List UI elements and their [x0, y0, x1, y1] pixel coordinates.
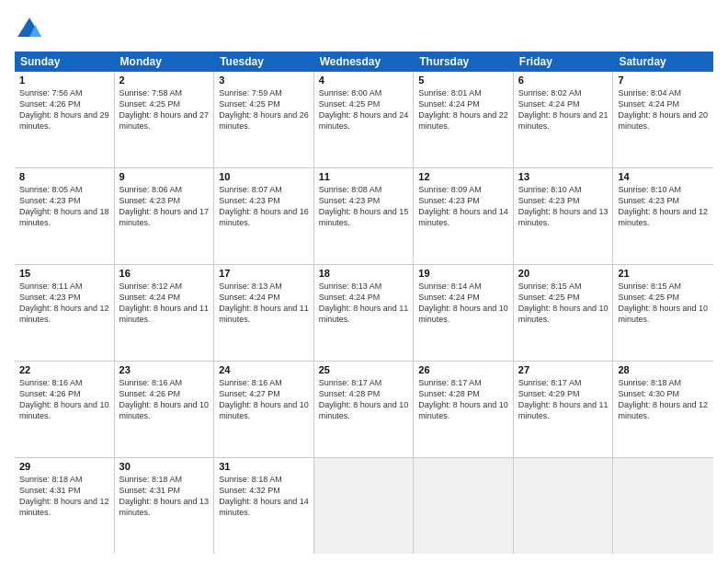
- weekday-header: Thursday: [414, 52, 514, 72]
- calendar-cell: 6Sunrise: 8:02 AM Sunset: 4:24 PM Daylig…: [514, 72, 614, 167]
- logo-icon: [15, 15, 44, 44]
- calendar-cell: 29Sunrise: 8:18 AM Sunset: 4:31 PM Dayli…: [15, 458, 115, 554]
- calendar: SundayMondayTuesdayWednesdayThursdayFrid…: [15, 52, 713, 554]
- calendar-cell: 12Sunrise: 8:09 AM Sunset: 4:23 PM Dayli…: [414, 168, 514, 264]
- weekday-header: Monday: [115, 52, 215, 72]
- day-number: 23: [119, 364, 210, 375]
- day-number: 12: [418, 171, 508, 182]
- calendar-row: 15Sunrise: 8:11 AM Sunset: 4:23 PM Dayli…: [15, 265, 713, 362]
- day-number: 31: [219, 461, 309, 472]
- calendar-row: 22Sunrise: 8:16 AM Sunset: 4:26 PM Dayli…: [15, 362, 713, 458]
- calendar-cell: 20Sunrise: 8:15 AM Sunset: 4:25 PM Dayli…: [514, 265, 614, 361]
- weekday-header: Friday: [514, 52, 614, 72]
- weekday-header: Tuesday: [214, 52, 314, 72]
- calendar-cell: 14Sunrise: 8:10 AM Sunset: 4:23 PM Dayli…: [613, 168, 713, 264]
- calendar-cell: 16Sunrise: 8:12 AM Sunset: 4:24 PM Dayli…: [115, 265, 215, 361]
- day-info: Sunrise: 8:09 AM Sunset: 4:23 PM Dayligh…: [418, 184, 508, 229]
- calendar-cell: 18Sunrise: 8:13 AM Sunset: 4:24 PM Dayli…: [314, 265, 415, 361]
- calendar-cell: 7Sunrise: 8:04 AM Sunset: 4:24 PM Daylig…: [613, 72, 713, 167]
- day-number: 18: [319, 268, 409, 279]
- calendar-cell: [514, 458, 614, 554]
- day-number: 4: [319, 75, 409, 86]
- day-number: 20: [518, 268, 609, 279]
- day-number: 8: [19, 171, 109, 182]
- day-number: 6: [518, 75, 609, 86]
- day-number: 1: [19, 75, 109, 86]
- day-number: 3: [219, 75, 309, 86]
- calendar-cell: 3Sunrise: 7:59 AM Sunset: 4:25 PM Daylig…: [214, 72, 314, 167]
- calendar-cell: 11Sunrise: 8:08 AM Sunset: 4:23 PM Dayli…: [314, 168, 415, 264]
- day-info: Sunrise: 8:11 AM Sunset: 4:23 PM Dayligh…: [19, 281, 109, 326]
- day-number: 28: [618, 364, 709, 375]
- day-number: 11: [319, 171, 409, 182]
- day-info: Sunrise: 8:12 AM Sunset: 4:24 PM Dayligh…: [119, 281, 210, 326]
- calendar-cell: 24Sunrise: 8:16 AM Sunset: 4:27 PM Dayli…: [214, 362, 314, 457]
- day-info: Sunrise: 8:10 AM Sunset: 4:23 PM Dayligh…: [518, 184, 609, 229]
- day-number: 19: [418, 268, 508, 279]
- day-info: Sunrise: 8:06 AM Sunset: 4:23 PM Dayligh…: [119, 184, 210, 229]
- day-info: Sunrise: 7:58 AM Sunset: 4:25 PM Dayligh…: [119, 87, 210, 132]
- day-number: 2: [119, 75, 210, 86]
- day-number: 27: [518, 364, 609, 375]
- logo: [15, 15, 48, 44]
- day-info: Sunrise: 8:18 AM Sunset: 4:31 PM Dayligh…: [19, 474, 109, 519]
- calendar-cell: 2Sunrise: 7:58 AM Sunset: 4:25 PM Daylig…: [115, 72, 215, 167]
- calendar-body: 1Sunrise: 7:56 AM Sunset: 4:26 PM Daylig…: [15, 72, 713, 554]
- day-number: 26: [418, 364, 508, 375]
- day-info: Sunrise: 8:02 AM Sunset: 4:24 PM Dayligh…: [518, 87, 609, 132]
- calendar-cell: 9Sunrise: 8:06 AM Sunset: 4:23 PM Daylig…: [115, 168, 215, 264]
- day-number: 14: [618, 171, 709, 182]
- calendar-cell: 31Sunrise: 8:18 AM Sunset: 4:32 PM Dayli…: [214, 458, 314, 554]
- calendar-row: 29Sunrise: 8:18 AM Sunset: 4:31 PM Dayli…: [15, 458, 713, 554]
- day-number: 30: [119, 461, 210, 472]
- calendar-cell: [414, 458, 514, 554]
- calendar-cell: 13Sunrise: 8:10 AM Sunset: 4:23 PM Dayli…: [514, 168, 614, 264]
- calendar-cell: 26Sunrise: 8:17 AM Sunset: 4:28 PM Dayli…: [414, 362, 514, 457]
- calendar-cell: 4Sunrise: 8:00 AM Sunset: 4:25 PM Daylig…: [314, 72, 415, 167]
- day-number: 17: [219, 268, 309, 279]
- day-number: 29: [19, 461, 109, 472]
- day-info: Sunrise: 8:01 AM Sunset: 4:24 PM Dayligh…: [418, 87, 508, 132]
- day-info: Sunrise: 8:18 AM Sunset: 4:32 PM Dayligh…: [219, 474, 309, 519]
- day-info: Sunrise: 8:13 AM Sunset: 4:24 PM Dayligh…: [319, 281, 409, 326]
- day-number: 21: [618, 268, 709, 279]
- calendar-cell: [314, 458, 415, 554]
- calendar-cell: 17Sunrise: 8:13 AM Sunset: 4:24 PM Dayli…: [214, 265, 314, 361]
- day-info: Sunrise: 8:07 AM Sunset: 4:23 PM Dayligh…: [219, 184, 309, 229]
- calendar-cell: 5Sunrise: 8:01 AM Sunset: 4:24 PM Daylig…: [414, 72, 514, 167]
- calendar-cell: 27Sunrise: 8:17 AM Sunset: 4:29 PM Dayli…: [514, 362, 614, 457]
- calendar-cell: 19Sunrise: 8:14 AM Sunset: 4:24 PM Dayli…: [414, 265, 514, 361]
- day-number: 10: [219, 171, 309, 182]
- weekday-header: Saturday: [613, 52, 713, 72]
- day-info: Sunrise: 8:08 AM Sunset: 4:23 PM Dayligh…: [319, 184, 409, 229]
- calendar-cell: 15Sunrise: 8:11 AM Sunset: 4:23 PM Dayli…: [15, 265, 115, 361]
- weekday-header: Wednesday: [314, 52, 415, 72]
- day-info: Sunrise: 8:18 AM Sunset: 4:30 PM Dayligh…: [618, 377, 709, 422]
- calendar-cell: 25Sunrise: 8:17 AM Sunset: 4:28 PM Dayli…: [314, 362, 415, 457]
- day-info: Sunrise: 8:16 AM Sunset: 4:27 PM Dayligh…: [219, 377, 309, 422]
- day-number: 22: [19, 364, 109, 375]
- day-info: Sunrise: 7:56 AM Sunset: 4:26 PM Dayligh…: [19, 87, 109, 132]
- calendar-cell: 10Sunrise: 8:07 AM Sunset: 4:23 PM Dayli…: [214, 168, 314, 264]
- calendar-cell: 30Sunrise: 8:18 AM Sunset: 4:31 PM Dayli…: [115, 458, 215, 554]
- day-info: Sunrise: 8:16 AM Sunset: 4:26 PM Dayligh…: [19, 377, 109, 422]
- calendar-row: 1Sunrise: 7:56 AM Sunset: 4:26 PM Daylig…: [15, 72, 713, 168]
- day-number: 13: [518, 171, 609, 182]
- day-info: Sunrise: 8:17 AM Sunset: 4:29 PM Dayligh…: [518, 377, 609, 422]
- day-info: Sunrise: 8:16 AM Sunset: 4:26 PM Dayligh…: [119, 377, 210, 422]
- day-info: Sunrise: 8:10 AM Sunset: 4:23 PM Dayligh…: [618, 184, 709, 229]
- day-info: Sunrise: 8:05 AM Sunset: 4:23 PM Dayligh…: [19, 184, 109, 229]
- day-number: 7: [618, 75, 709, 86]
- calendar-cell: 23Sunrise: 8:16 AM Sunset: 4:26 PM Dayli…: [115, 362, 215, 457]
- calendar-cell: 22Sunrise: 8:16 AM Sunset: 4:26 PM Dayli…: [15, 362, 115, 457]
- day-number: 25: [319, 364, 409, 375]
- day-info: Sunrise: 8:14 AM Sunset: 4:24 PM Dayligh…: [418, 281, 508, 326]
- header: [15, 15, 713, 44]
- day-number: 16: [119, 268, 210, 279]
- day-info: Sunrise: 7:59 AM Sunset: 4:25 PM Dayligh…: [219, 87, 309, 132]
- calendar-cell: 8Sunrise: 8:05 AM Sunset: 4:23 PM Daylig…: [15, 168, 115, 264]
- weekday-header: Sunday: [15, 52, 115, 72]
- calendar-row: 8Sunrise: 8:05 AM Sunset: 4:23 PM Daylig…: [15, 168, 713, 265]
- day-info: Sunrise: 8:04 AM Sunset: 4:24 PM Dayligh…: [618, 87, 709, 132]
- day-number: 5: [418, 75, 508, 86]
